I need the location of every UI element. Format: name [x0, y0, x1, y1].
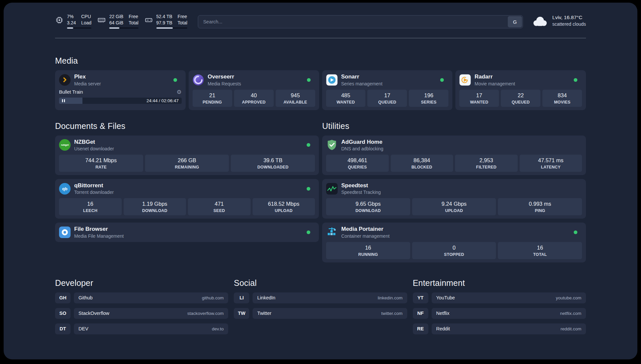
stat-download: 9.65 GbpsDOWNLOAD	[326, 198, 410, 215]
utilities-column: Utilities AdGuard Home DNS and adblockin…	[322, 121, 586, 262]
stat-movies: 834MOVIES	[542, 90, 582, 107]
bookmark-name: DEV	[78, 326, 88, 331]
stat-rate: 744.21 MbpsRATE	[59, 155, 143, 172]
bookmark-abbr: YT	[413, 292, 428, 303]
bookmark-github[interactable]: GH Github github.com	[55, 292, 228, 303]
app-card-adguard[interactable]: AdGuard Home DNS and adblocking 498,461Q…	[322, 136, 586, 175]
app-card-filebrowser[interactable]: File Browser Media File Management	[55, 223, 319, 242]
bookmark-name: YouTube	[436, 295, 455, 300]
stat-pending: 21PENDING	[193, 90, 232, 107]
stat-series: 196SERIES	[409, 90, 448, 107]
app-subtitle: Movie management	[474, 81, 515, 86]
adguard-icon	[326, 139, 338, 151]
cpu-usage-bar	[67, 27, 91, 29]
media-grid: Plex Media server Bullet Train ⚙ 24:44 /…	[55, 70, 586, 110]
stat-remaining: 266 GBREMAINING	[145, 155, 229, 172]
disk-usage-bar	[156, 27, 187, 29]
bookmark-url: linkedin.com	[378, 295, 403, 300]
bookmark-reddit[interactable]: RE Reddit reddit.com	[413, 323, 586, 334]
disk-total-value: 97.9 TB	[156, 20, 172, 25]
stat-blocked: 86,384BLOCKED	[391, 155, 453, 172]
playback-progress-bar[interactable]: 24:44 / 02:06:47	[59, 98, 182, 104]
status-dot	[307, 230, 310, 234]
dashboard: 7% 3.24 CPU Load	[4, 3, 637, 359]
search-engine-button[interactable]: G	[508, 16, 522, 27]
bookmark-abbr: SO	[55, 308, 71, 319]
disk-icon	[144, 16, 153, 24]
section-title-media: Media	[55, 56, 586, 66]
app-name: NZBGet	[74, 139, 114, 145]
bookmark-stackoverflow[interactable]: SO StackOverflow stackoverflow.com	[55, 308, 228, 319]
ram-icon	[97, 16, 106, 24]
nzbget-icon: nzbget	[59, 139, 71, 151]
bookmark-linkedin[interactable]: LI LinkedIn linkedin.com	[234, 292, 407, 303]
bookmark-dev[interactable]: DT DEV dev.to	[55, 323, 228, 334]
bookmark-url: reddit.com	[561, 326, 581, 331]
stat-downloaded: 39.6 TBDOWNLOADED	[231, 155, 315, 172]
app-card-qbittorrent[interactable]: qb qBittorrent Torrent downloader 16LEEC…	[55, 179, 319, 219]
app-card-plex[interactable]: Plex Media server Bullet Train ⚙ 24:44 /…	[55, 70, 186, 110]
top-bar: 7% 3.24 CPU Load	[55, 14, 586, 29]
stat-queued: 22QUEUED	[501, 90, 540, 107]
cpu-chip-icon	[55, 16, 64, 24]
stat-wanted: 17WANTED	[459, 90, 499, 107]
app-card-speedtest[interactable]: Speedtest Speedtest Tracking 9.65 GbpsDO…	[322, 179, 586, 219]
status-dot	[440, 78, 444, 82]
app-name: Radarr	[474, 74, 515, 80]
app-name: Speedtest	[341, 182, 381, 189]
bookmark-url: youtube.com	[556, 295, 581, 300]
memory-label-top: Free	[129, 14, 138, 19]
sonarr-icon	[326, 74, 338, 86]
gear-icon[interactable]: ⚙	[177, 89, 182, 95]
stat-total: 16TOTAL	[498, 242, 582, 259]
weather-widget: Lviv, 16.87°C scattered clouds	[532, 15, 586, 27]
memory-usage-bar	[109, 27, 138, 29]
app-subtitle: DNS and adblocking	[341, 146, 383, 151]
app-name: Plex	[74, 74, 101, 80]
topbar-divider	[55, 38, 586, 38]
filebrowser-icon	[59, 227, 71, 238]
bookmark-url: netflix.com	[560, 311, 581, 316]
bookmark-youtube[interactable]: YT YouTube youtube.com	[413, 292, 586, 303]
stat-ping: 0.993 msPING	[498, 198, 582, 215]
status-dot	[574, 230, 577, 234]
stat-available: 945AVAILABLE	[276, 90, 315, 107]
bookmark-name: LinkedIn	[257, 295, 275, 300]
bookmark-url: dev.to	[212, 326, 224, 331]
app-card-radarr[interactable]: Radarr Movie management 17WANTED 22QUEUE…	[455, 70, 586, 110]
now-playing-title: Bullet Train	[59, 89, 83, 95]
search-bar: G	[198, 15, 523, 28]
bookmark-url: github.com	[202, 295, 224, 300]
status-dot	[307, 187, 310, 191]
app-card-portainer[interactable]: Media Portainer Container management 16R…	[322, 223, 586, 262]
bookmark-abbr: DT	[55, 323, 71, 334]
bookmark-abbr: LI	[234, 292, 249, 303]
bookmark-twitter[interactable]: TW Twitter twitter.com	[234, 308, 407, 319]
search-input[interactable]	[198, 15, 523, 28]
stat-wanted: 485WANTED	[326, 90, 366, 107]
app-subtitle: Container management	[341, 233, 389, 239]
cloud-icon	[532, 15, 548, 26]
portainer-icon	[326, 227, 338, 238]
stat-stopped: 0STOPPED	[412, 242, 496, 259]
section-title-entertainment: Entertainment	[413, 278, 586, 288]
app-card-overseerr[interactable]: Overseerr Media Requests 21PENDING 40APP…	[189, 70, 319, 110]
bookmark-netflix[interactable]: NF Netflix netflix.com	[413, 308, 586, 319]
bookmark-group-social: Social LI LinkedIn linkedin.com TW Twitt…	[234, 278, 407, 339]
app-name: qBittorrent	[74, 182, 114, 189]
app-subtitle: Speedtest Tracking	[341, 190, 381, 195]
cpu-label-top: CPU	[81, 14, 91, 19]
app-subtitle: Series management	[341, 81, 382, 86]
playback-time: 24:44 / 02:06:47	[146, 98, 179, 103]
app-card-nzbget[interactable]: nzbget NZBGet Usenet downloader 744.21 M…	[55, 136, 319, 175]
section-title-developer: Developer	[55, 278, 228, 288]
weather-condition: scattered clouds	[552, 21, 586, 27]
app-card-sonarr[interactable]: Sonarr Series management 485WANTED 17QUE…	[322, 70, 453, 110]
section-title-social: Social	[234, 278, 407, 288]
bookmark-url: stackoverflow.com	[187, 311, 224, 316]
disk-free-value: 52.4 TB	[156, 14, 172, 19]
cpu-label-bottom: Load	[81, 20, 91, 25]
pause-icon[interactable]	[62, 99, 65, 102]
stat-leech: 16LEECH	[59, 198, 122, 215]
disk-label-bottom: Total	[178, 20, 188, 25]
